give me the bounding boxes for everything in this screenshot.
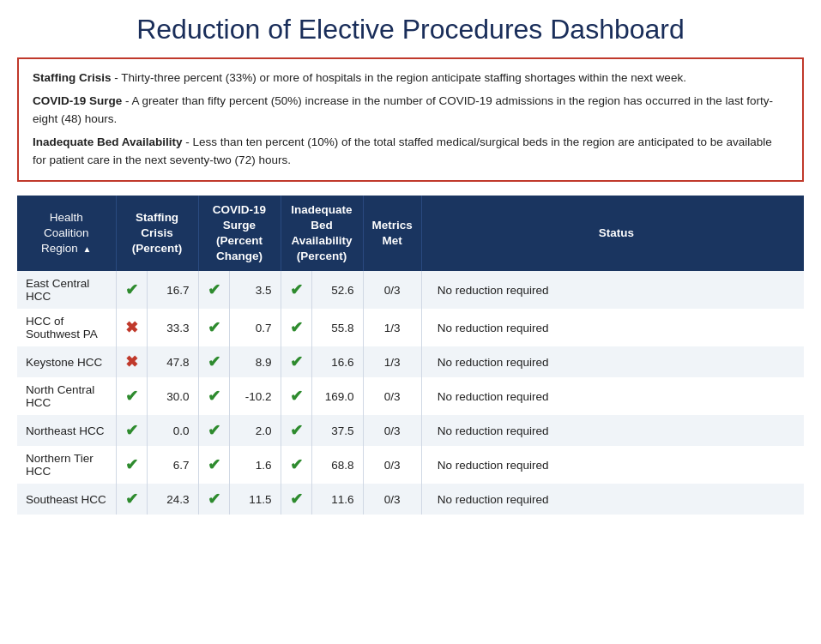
table-cell: ✔ [281,346,311,377]
table-cell: 0/3 [363,446,421,484]
table-cell: ✔ [116,446,147,484]
col-header-metrics[interactable]: Metrics Met [363,196,421,272]
criteria-bed-term: Inadequate Bed Availability [33,135,183,148]
table-cell: 37.5 [311,415,363,446]
criteria-box: Staffing Crisis - Thirty-three percent (… [17,57,804,182]
table-cell: East Central HCC [17,271,116,309]
table-header-row: Health Coalition Region ▲ Staffing Crisi… [17,196,804,272]
table-cell: ✔ [116,377,147,415]
table-cell: 1/3 [363,346,421,377]
table-cell: 0.7 [229,309,281,346]
table-cell: 30.0 [147,377,198,415]
table-cell: 0/3 [363,271,421,309]
table-row: Keystone HCC✖47.8✔8.9✔16.61/3No reductio… [17,346,804,377]
table-cell: No reduction required [421,309,804,346]
table-cell: 2.0 [229,415,281,446]
table-cell: 11.6 [311,484,363,515]
table-cell: HCC of Southwest PA [17,309,116,346]
col-header-covid[interactable]: COVID-19 Surge (Percent Change) [198,196,281,272]
table-cell: 16.7 [147,271,198,309]
table-cell: No reduction required [421,346,804,377]
table-cell: ✔ [281,446,311,484]
table-cell: 1.6 [229,446,281,484]
table-cell: ✔ [281,271,311,309]
table-cell: 52.6 [311,271,363,309]
sort-arrow-icon: ▲ [83,244,92,256]
table-cell: No reduction required [421,271,804,309]
table-cell: 68.8 [311,446,363,484]
table-cell: ✖ [116,309,147,346]
check-icon: ✔ [208,353,220,370]
table-cell: ✔ [198,446,229,484]
table-cell: ✔ [281,377,311,415]
criteria-bed: Inadequate Bed Availability - Less than … [33,134,788,170]
table-cell: No reduction required [421,484,804,515]
criteria-staffing-def: - Thirty-three percent (33%) or more of … [114,71,686,84]
table-cell: 16.6 [311,346,363,377]
check-icon: ✔ [125,422,138,439]
check-icon: ✔ [125,388,138,405]
check-icon: ✔ [208,281,220,298]
check-icon: ✔ [208,491,220,508]
table-cell: Southeast HCC [17,484,116,515]
col-header-status[interactable]: Status [421,196,804,272]
check-icon: ✔ [290,353,303,370]
table-cell: ✔ [281,484,311,515]
table-cell: ✔ [116,415,147,446]
check-icon: ✔ [208,319,220,336]
criteria-covid: COVID-19 Surge - A greater than fifty pe… [33,93,788,129]
table-cell: 169.0 [311,377,363,415]
criteria-covid-def: - A greater than fifty percent (50%) inc… [33,94,773,125]
table-cell: ✔ [198,377,229,415]
table-cell: ✔ [281,309,311,346]
check-icon: ✔ [208,456,220,473]
table-cell: ✔ [198,271,229,309]
table-body: East Central HCC✔16.7✔3.5✔52.60/3No redu… [17,271,804,515]
table-cell: 11.5 [229,484,281,515]
table-cell: 6.7 [147,446,198,484]
table-row: North Central HCC✔30.0✔-10.2✔169.00/3No … [17,377,804,415]
table-row: Southeast HCC✔24.3✔11.5✔11.60/3No reduct… [17,484,804,515]
table-row: Northeast HCC✔0.0✔2.0✔37.50/3No reductio… [17,415,804,446]
table-row: East Central HCC✔16.7✔3.5✔52.60/3No redu… [17,271,804,309]
table-cell: 8.9 [229,346,281,377]
table-cell: ✔ [116,484,147,515]
check-icon: ✔ [208,388,220,405]
table-cell: ✔ [198,484,229,515]
check-icon: ✔ [125,491,138,508]
col-header-bed[interactable]: Inadequate Bed Availability (Percent) [281,196,363,272]
check-icon: ✔ [125,281,138,298]
table-row: Northern Tier HCC✔6.7✔1.6✔68.80/3No redu… [17,446,804,484]
col-header-region[interactable]: Health Coalition Region ▲ [17,196,116,272]
table-cell: 1/3 [363,309,421,346]
table-cell: ✔ [116,271,147,309]
table-cell: 0/3 [363,415,421,446]
table-cell: No reduction required [421,446,804,484]
x-icon: ✖ [125,353,138,370]
check-icon: ✔ [208,422,220,439]
table-cell: 55.8 [311,309,363,346]
table-cell: 47.8 [147,346,198,377]
check-icon: ✔ [290,319,303,336]
table-cell: North Central HCC [17,377,116,415]
table-cell: 0/3 [363,377,421,415]
table-cell: 3.5 [229,271,281,309]
check-icon: ✔ [290,281,303,298]
criteria-staffing-term: Staffing Crisis [33,71,112,84]
check-icon: ✔ [290,491,303,508]
table-cell: No reduction required [421,377,804,415]
table-cell: ✔ [198,415,229,446]
table-cell: ✔ [198,309,229,346]
data-table: Health Coalition Region ▲ Staffing Crisi… [17,196,804,515]
page-title: Reduction of Elective Procedures Dashboa… [17,14,804,45]
criteria-staffing: Staffing Crisis - Thirty-three percent (… [33,69,788,87]
x-icon: ✖ [125,319,138,336]
table-cell: 0.0 [147,415,198,446]
table-cell: Keystone HCC [17,346,116,377]
criteria-covid-term: COVID-19 Surge [33,94,122,107]
table-cell: 0/3 [363,484,421,515]
col-header-staffing[interactable]: Staffing Crisis (Percent) [116,196,198,272]
table-cell: 24.3 [147,484,198,515]
table-cell: No reduction required [421,415,804,446]
table-cell: -10.2 [229,377,281,415]
